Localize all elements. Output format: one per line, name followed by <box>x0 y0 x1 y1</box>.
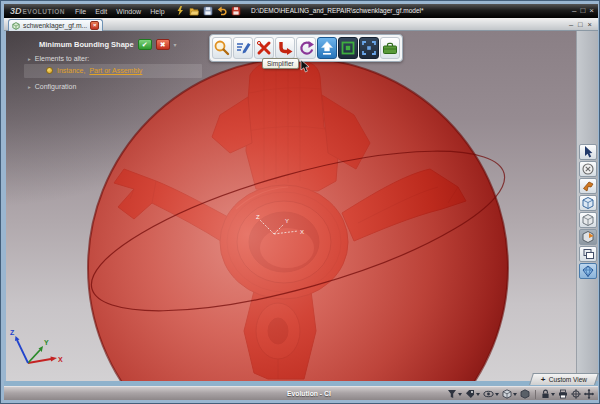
toolbox-button[interactable] <box>380 37 400 59</box>
analyze-search-button[interactable] <box>212 37 232 59</box>
plus-icon: + <box>541 375 546 385</box>
caret-down-icon[interactable] <box>458 393 462 396</box>
mdi-minimize-button[interactable]: – <box>569 19 573 30</box>
mdi-close-button[interactable]: × <box>588 19 592 30</box>
document-icon <box>12 22 20 30</box>
annotate-edit-button[interactable] <box>233 37 253 59</box>
lock-icon[interactable] <box>541 389 555 399</box>
convert-rotate-button[interactable] <box>296 37 316 59</box>
panel-title: Minimum Bounding Shape <box>39 40 134 49</box>
menu-edit[interactable]: Edit <box>95 8 107 15</box>
tooltip: Simplifier <box>262 58 310 73</box>
frame-region-button[interactable] <box>338 37 358 59</box>
separator <box>535 390 536 399</box>
center-triad-y: Y <box>285 218 289 224</box>
maximize-button[interactable]: □ <box>580 5 585 16</box>
simplifier-button[interactable] <box>317 37 337 59</box>
orient-view-button[interactable] <box>579 229 597 245</box>
deselect-button[interactable] <box>579 161 597 177</box>
undo-icon[interactable] <box>217 6 228 17</box>
rotate-view-button[interactable] <box>579 195 597 211</box>
caret-down-icon[interactable] <box>476 393 480 396</box>
instance-link[interactable]: Part or Assembly <box>89 67 142 74</box>
custom-view-label: Custom View <box>549 376 587 383</box>
minimize-button[interactable]: – <box>572 5 576 16</box>
save-icon[interactable] <box>203 6 214 17</box>
instance-bullet-icon <box>46 67 53 74</box>
save-as-icon[interactable] <box>231 6 242 17</box>
axis-triad: X Y Z <box>10 329 63 363</box>
axis-label-x: X <box>58 356 63 363</box>
title-bar: 3D EVOLUTION File Edit Window Help <box>4 4 598 18</box>
tab-close-icon[interactable]: × <box>90 21 99 30</box>
apply-button[interactable]: ✔ <box>138 39 152 50</box>
render-quality-button[interactable] <box>579 263 597 279</box>
select-cursor-button[interactable] <box>579 144 597 160</box>
section-configuration-label: Configuration <box>35 83 77 90</box>
panel-options-caret-icon[interactable]: ▾ <box>174 41 177 48</box>
open-folder-icon[interactable] <box>189 6 200 17</box>
spin-view-button[interactable] <box>579 212 597 228</box>
mdi-window-controls: – □ × <box>569 19 592 30</box>
window-controls: – □ × <box>572 5 594 16</box>
filter-icon[interactable] <box>447 389 462 399</box>
status-bar: Evolution - CI <box>4 386 598 400</box>
document-tab-label: schwenklager_gf.m... <box>23 22 87 29</box>
repair-tools-button[interactable] <box>254 37 274 59</box>
instance-prefix: Instance, <box>57 67 85 74</box>
document-tab[interactable]: schwenklager_gf.m... × <box>8 19 103 31</box>
caret-down-icon[interactable] <box>551 393 555 396</box>
logo-3d: 3D <box>10 6 22 16</box>
pan-icon[interactable] <box>584 389 594 399</box>
right-tool-rail <box>576 31 598 381</box>
caret-down-icon[interactable] <box>513 393 517 396</box>
center-triad-z: Z <box>256 214 260 220</box>
cancel-button[interactable]: ✖ <box>156 39 170 50</box>
target-icon[interactable] <box>571 389 581 399</box>
display-mode-icon[interactable] <box>502 389 517 399</box>
axis-label-z: Z <box>10 329 15 336</box>
menu-file[interactable]: File <box>75 8 86 15</box>
mdi-restore-button[interactable]: □ <box>578 19 583 30</box>
cascade-windows-button[interactable] <box>579 246 597 262</box>
caret-down-icon[interactable] <box>495 393 499 396</box>
close-button[interactable]: × <box>589 5 594 16</box>
document-tab-bar: schwenklager_gf.m... × – □ × <box>4 18 598 31</box>
menu-help[interactable]: Help <box>150 8 164 15</box>
expander-icon[interactable]: ▸ <box>28 84 31 90</box>
tooltip-text: Simplifier <box>262 58 299 69</box>
tag-icon[interactable] <box>465 389 480 399</box>
logo-evolution: EVOLUTION <box>23 8 65 15</box>
app-logo: 3D EVOLUTION <box>10 6 65 16</box>
menu-bar: File Edit Window Help <box>75 8 165 15</box>
center-triad-x: X <box>300 229 304 235</box>
quick-access-icon[interactable] <box>175 6 186 17</box>
window-title: D:\DEMO\HEALING_and_REPAIR\schwenklager_… <box>251 7 424 14</box>
status-product-label: Evolution - CI <box>287 390 331 397</box>
axis-label-y: Y <box>44 339 49 346</box>
plot-icon[interactable] <box>558 389 568 399</box>
viewport-3d[interactable]: Z Y X X Y Z <box>6 31 576 381</box>
selection-bounds-button[interactable] <box>359 37 379 59</box>
mouse-cursor-icon <box>300 60 310 73</box>
expander-icon[interactable]: ▸ <box>28 56 31 62</box>
pipe-extract-button[interactable] <box>275 37 295 59</box>
menu-window[interactable]: Window <box>116 8 141 15</box>
scene-3d[interactable]: Z Y X X Y Z <box>6 31 576 381</box>
shaded-mode-icon[interactable] <box>520 389 530 399</box>
custom-view-tab[interactable]: + Custom View <box>529 373 599 385</box>
quick-toolbar <box>175 6 242 17</box>
bounding-sphere[interactable] <box>88 58 508 381</box>
app-window: 3D EVOLUTION File Edit Window Help <box>0 0 600 404</box>
probe-tool-button[interactable] <box>579 178 597 194</box>
status-icons <box>447 388 594 400</box>
visibility-icon[interactable] <box>483 389 499 399</box>
section-elements-label: Elements to alter: <box>35 55 89 62</box>
